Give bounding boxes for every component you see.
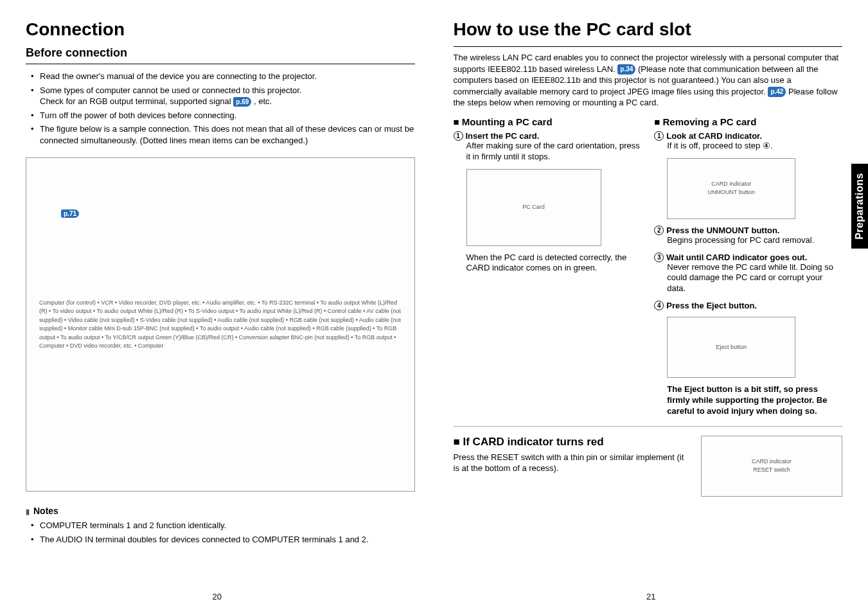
list-item: The figure below is a sample connection.… bbox=[33, 123, 415, 146]
step-number-icon: 4 bbox=[654, 301, 664, 310]
mount-after-text: When the PC card is detected correctly, … bbox=[454, 253, 642, 274]
intro-paragraph: The wireless LAN PC card enables you to … bbox=[454, 52, 843, 109]
connection-diagram: p.71 Computer (for control) • VCR • Vide… bbox=[26, 157, 415, 492]
eject-caution: The Eject button is a bit stiff, so pres… bbox=[654, 384, 842, 417]
notes-heading: Notes bbox=[26, 506, 415, 516]
pc-card-insert-diagram: PC Card bbox=[466, 169, 601, 246]
step-1-mount: 1 Insert the PC card. bbox=[454, 131, 642, 141]
step-1-remove: 1 Look at CARD indicator. bbox=[654, 131, 842, 141]
step-4-remove: 4 Press the Eject button. bbox=[654, 301, 842, 310]
list-item: Turn off the power of both devices befor… bbox=[33, 110, 415, 121]
list-item: Some types of computer cannot be used or… bbox=[33, 85, 415, 107]
divider bbox=[454, 426, 843, 427]
list-item: COMPUTER terminals 1 and 2 function iden… bbox=[33, 520, 415, 531]
notes-list: COMPUTER terminals 1 and 2 function iden… bbox=[26, 520, 415, 545]
list-item: Read the owner's manual of the device yo… bbox=[33, 71, 415, 82]
page-ref-p42[interactable]: p.42 bbox=[768, 87, 786, 97]
red-indicator-title: If CARD indicator turns red bbox=[454, 436, 689, 449]
step-3-remove: 3 Wait until CARD indicator goes out. bbox=[654, 253, 842, 262]
step-number-icon: 2 bbox=[654, 226, 664, 235]
page-title-right: How to use the PC card slot bbox=[454, 19, 843, 40]
reset-switch-diagram: CARD indicator RESET switch bbox=[701, 436, 842, 497]
step-2-remove: 2 Press the UNMOUNT button. bbox=[654, 226, 842, 235]
page-ref-p69[interactable]: p.69 bbox=[233, 97, 251, 107]
before-connection-list: Read the owner's manual of the device yo… bbox=[26, 71, 415, 146]
page-number-left: 20 bbox=[213, 592, 222, 601]
eject-button-diagram: Eject button bbox=[667, 317, 795, 378]
page-ref-p71[interactable]: p.71 bbox=[61, 209, 79, 218]
page-ref-p34[interactable]: p.34 bbox=[617, 64, 635, 75]
removing-title: Removing a PC card bbox=[654, 116, 842, 127]
card-indicator-diagram: CARD indicator UNMOUNT button bbox=[667, 158, 795, 219]
subhead-before-connection: Before connection bbox=[26, 46, 415, 60]
list-item: The AUDIO IN terminal doubles for device… bbox=[33, 534, 415, 546]
red-indicator-body: Press the RESET switch with a thin pin o… bbox=[454, 452, 689, 474]
step-number-icon: 1 bbox=[454, 131, 463, 141]
mounting-title: Mounting a PC card bbox=[454, 116, 642, 127]
step-number-icon: 3 bbox=[654, 253, 664, 262]
section-tab-preparations: Preparations bbox=[851, 164, 868, 249]
page-number-right: 21 bbox=[646, 592, 655, 601]
step-number-icon: 1 bbox=[654, 131, 664, 141]
page-title-left: Connection bbox=[26, 19, 415, 40]
